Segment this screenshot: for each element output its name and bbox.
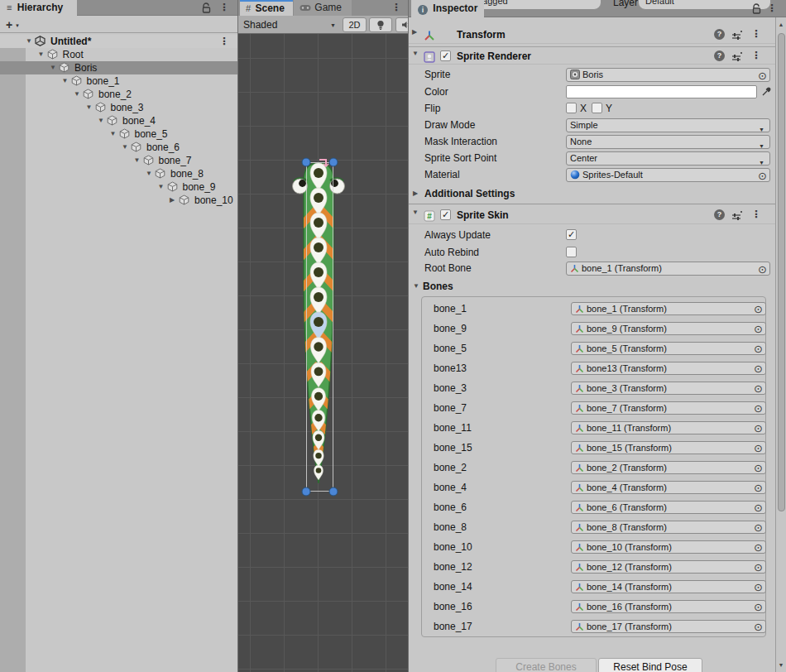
flip-x-checkbox[interactable] [566,103,577,113]
hierarchy-row[interactable]: ▼ bone_5 ⋮ [0,127,237,141]
tab-scene[interactable]: # Scene [240,0,293,16]
object-picker-icon[interactable]: ⊙ [754,362,763,375]
bone-object-field[interactable]: bone_4 (Transform) ⊙ [571,481,766,494]
hierarchy-row[interactable]: ▼ bone_1 ⋮ [0,74,237,88]
auto-rebind-checkbox[interactable] [566,247,577,257]
eyedropper-icon[interactable] [761,86,772,99]
object-picker-icon[interactable]: ⊙ [754,541,763,554]
bone-object-field[interactable]: bone_5 (Transform) ⊙ [571,342,766,355]
object-picker-icon[interactable]: ⊙ [754,422,763,434]
sprite-skin-foldout-icon[interactable]: ▼ [412,206,420,219]
sprite-renderer-kebab-icon[interactable]: ⋮ [751,50,761,60]
object-picker-icon[interactable]: ⊙ [758,69,767,82]
toggle-2d-button[interactable]: 2D [343,17,367,32]
bone-object-field[interactable]: bone_17 (Transform) ⊙ [571,620,766,633]
bone-object-field[interactable]: bone_8 (Transform) ⊙ [571,521,766,534]
mask-interaction-dropdown[interactable]: None▼ [566,135,770,149]
hierarchy-row[interactable]: ▼ bone_9 ⋮ [0,180,237,194]
bone-object-field[interactable]: bone_10 (Transform) ⊙ [571,540,766,554]
presets-icon[interactable] [731,209,743,228]
transform-component-header[interactable]: ▶ Transform ? ⋮ [409,26,776,44]
transform-kebab-icon[interactable]: ⋮ [751,29,761,39]
scrollbar-thumb[interactable] [778,33,785,511]
scene-lighting-button[interactable] [369,17,392,32]
object-picker-icon[interactable]: ⊙ [754,502,763,514]
hierarchy-row[interactable]: ▼ Root ⋮ [0,48,237,61]
object-picker-icon[interactable]: ⊙ [754,601,763,613]
shading-mode-dropdown[interactable]: Shaded ▼ [240,17,339,32]
object-picker-icon[interactable]: ⊙ [754,462,763,474]
scene-audio-button[interactable] [395,17,408,32]
tab-game[interactable]: Game [294,0,352,16]
tab-hierarchy[interactable]: ≡ Hierarchy [0,0,77,16]
bone-object-field[interactable]: bone_7 (Transform) ⊙ [571,401,766,415]
hierarchy-row[interactable]: ▶ bone_10 ⋮ [0,194,237,207]
object-picker-icon[interactable]: ⊙ [754,581,763,593]
bone-object-field[interactable]: bone_11 (Transform) ⊙ [571,421,766,434]
object-picker-icon[interactable]: ⊙ [754,402,763,415]
lock-icon[interactable] [202,2,211,16]
foldout-icon[interactable]: ▼ [122,141,130,154]
object-picker-icon[interactable]: ⊙ [754,343,763,355]
bone-object-field[interactable]: bone_9 (Transform) ⊙ [571,322,766,335]
object-picker-icon[interactable]: ⊙ [758,169,767,182]
tab-inspector[interactable]: i Inspector [411,0,484,17]
transform-foldout-icon[interactable]: ▶ [412,26,420,39]
object-picker-icon[interactable]: ⊙ [754,382,763,395]
hierarchy-row[interactable]: ▼ bone_7 ⋮ [0,154,237,167]
create-object-dropdown-icon[interactable]: ▼ [15,23,20,28]
inspector-lock-icon[interactable] [752,3,761,17]
sprite-skin-enabled-checkbox[interactable]: ✓ [440,209,451,220]
foldout-icon[interactable]: ▶ [170,194,178,207]
bone-object-field[interactable]: bone_1 (Transform) ⊙ [571,302,766,315]
foldout-icon[interactable]: ▼ [134,154,142,167]
foldout-icon[interactable]: ▼ [26,35,34,48]
draw-mode-dropdown[interactable]: Simple▼ [566,118,770,132]
bones-section-label[interactable]: Bones [423,280,453,293]
inspector-scrollbar[interactable]: ▲ ▼ [775,17,786,672]
foldout-icon[interactable]: ▼ [38,48,46,61]
object-picker-icon[interactable]: ⊙ [754,323,763,335]
color-swatch[interactable] [566,85,757,98]
sprite-skin-kebab-icon[interactable]: ⋮ [751,209,761,219]
scroll-down-icon[interactable]: ▼ [776,662,786,668]
foldout-icon[interactable]: ▼ [98,114,106,127]
object-picker-icon[interactable]: ⊙ [754,521,763,534]
hierarchy-row[interactable]: ▼ bone_2 ⋮ [0,88,237,101]
scene-viewport[interactable] [238,34,408,672]
foldout-icon[interactable]: ▼ [110,127,118,141]
flip-y-checkbox[interactable] [592,103,602,113]
object-picker-icon[interactable]: ⊙ [754,303,763,315]
object-picker-icon[interactable]: ⊙ [758,262,767,276]
always-update-checkbox[interactable]: ✓ [566,229,577,240]
root-bone-object-field[interactable]: bone_1 (Transform) ⊙ [566,262,770,276]
sprite-sort-point-dropdown[interactable]: Center▼ [566,151,770,166]
layer-dropdown[interactable]: Default [638,0,771,10]
hierarchy-row[interactable]: ▼ bone_3 ⋮ [0,101,237,114]
material-object-field[interactable]: Sprites-Default ⊙ [566,168,770,182]
hierarchy-row[interactable]: ▼ Untitled* ⋮ [0,35,237,48]
scene-menu-kebab-icon[interactable]: ⋮ [219,36,229,46]
reset-bind-pose-button[interactable]: Reset Bind Pose [598,658,702,672]
foldout-icon[interactable]: ▼ [158,180,166,194]
help-icon[interactable]: ? [714,50,725,61]
foldout-icon[interactable]: ▼ [50,61,58,74]
presets-icon[interactable] [731,29,743,47]
hierarchy-row[interactable]: ▼ Boris ⋮ [0,61,237,74]
scroll-up-icon[interactable]: ▲ [776,22,786,27]
foldout-icon[interactable]: ▼ [74,88,82,101]
bone-object-field[interactable]: bone_2 (Transform) ⊙ [571,461,766,474]
sprite-renderer-component-header[interactable]: ▼ ✓ Sprite Renderer ? ⋮ [409,46,776,65]
scene-menu-kebab-icon[interactable]: ⋮ [391,2,401,12]
sprite-renderer-enabled-checkbox[interactable]: ✓ [440,50,451,61]
object-picker-icon[interactable]: ⊙ [754,561,763,574]
inspector-menu-kebab-icon[interactable]: ⋮ [767,3,777,13]
presets-icon[interactable] [731,50,743,69]
selection-handle-bottom-right[interactable] [329,487,338,497]
bone-object-field[interactable]: bone_3 (Transform) ⊙ [571,382,766,395]
foldout-icon[interactable]: ▼ [86,101,94,114]
bone-object-field[interactable]: bone13 (Transform) ⊙ [571,362,766,375]
sprite-object-field[interactable]: Boris ⊙ [566,68,770,82]
sprite-renderer-foldout-icon[interactable]: ▼ [412,47,420,60]
bone-object-field[interactable]: bone_14 (Transform) ⊙ [571,580,766,593]
